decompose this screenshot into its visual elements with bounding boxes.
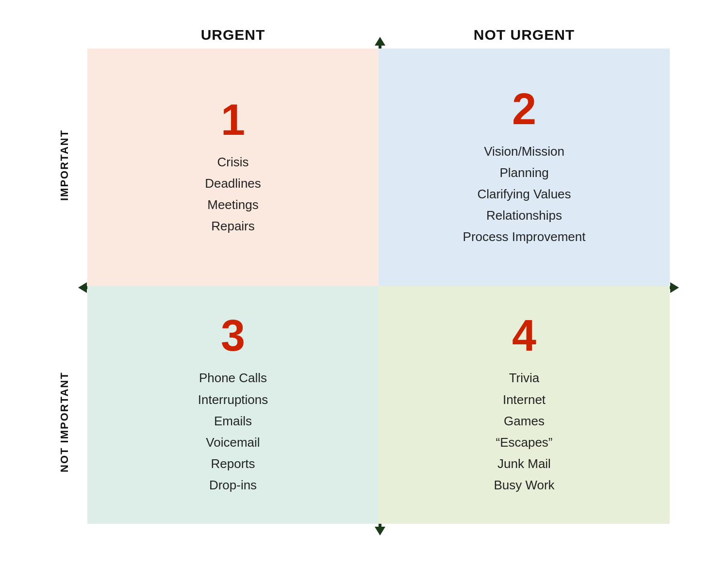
list-item: Relationships <box>463 205 586 226</box>
list-item: Reports <box>198 453 268 474</box>
quadrant-2-items: Vision/MissionPlanningClarifying ValuesR… <box>463 141 586 248</box>
row-label-not-important: NOT IMPORTANT <box>58 306 71 538</box>
list-item: Trivia <box>494 367 554 388</box>
list-item: Busy Work <box>494 474 554 496</box>
col-header-not-urgent: NOT URGENT <box>379 24 670 48</box>
list-item: Interruptions <box>198 389 268 410</box>
quadrant-4-items: TriviaInternetGames“Escapes”Junk MailBus… <box>494 367 554 496</box>
list-item: Drop-ins <box>198 474 268 496</box>
list-item: “Escapes” <box>494 432 554 453</box>
quadrant-grid: 1 CrisisDeadlinesMeetingsRepairs 2 Visio… <box>87 48 670 524</box>
quadrant-2-number: 2 <box>512 87 536 131</box>
quadrant-4: 4 TriviaInternetGames“Escapes”Junk MailB… <box>379 286 670 524</box>
quadrant-1-number: 1 <box>221 98 245 142</box>
list-item: Clarifying Values <box>463 183 586 205</box>
list-item: Deadlines <box>205 173 261 194</box>
col-header-urgent: URGENT <box>87 24 379 48</box>
list-item: Voicemail <box>198 432 268 453</box>
matrix-container: URGENT NOT URGENT IMPORTANT NOT IMPORTAN… <box>58 24 670 558</box>
grid-area: 1 CrisisDeadlinesMeetingsRepairs 2 Visio… <box>87 48 670 524</box>
list-item: Junk Mail <box>494 453 554 474</box>
list-item: Crisis <box>205 151 261 173</box>
quadrant-3-items: Phone CallsInterruptionsEmailsVoicemailR… <box>198 367 268 496</box>
quadrant-3: 3 Phone CallsInterruptionsEmailsVoicemai… <box>87 286 379 524</box>
list-item: Planning <box>463 162 586 183</box>
list-item: Repairs <box>205 215 261 237</box>
list-item: Internet <box>494 389 554 410</box>
quadrant-1: 1 CrisisDeadlinesMeetingsRepairs <box>87 48 379 286</box>
list-item: Vision/Mission <box>463 141 586 162</box>
list-item: Process Improvement <box>463 226 586 247</box>
quadrant-4-number: 4 <box>512 314 536 357</box>
list-item: Games <box>494 410 554 432</box>
quadrant-3-number: 3 <box>221 314 245 357</box>
list-item: Meetings <box>205 194 261 215</box>
row-label-important: IMPORTANT <box>58 48 71 281</box>
quadrant-2: 2 Vision/MissionPlanningClarifying Value… <box>379 48 670 286</box>
list-item: Phone Calls <box>198 367 268 388</box>
list-item: Emails <box>198 410 268 432</box>
quadrant-1-items: CrisisDeadlinesMeetingsRepairs <box>205 151 261 237</box>
